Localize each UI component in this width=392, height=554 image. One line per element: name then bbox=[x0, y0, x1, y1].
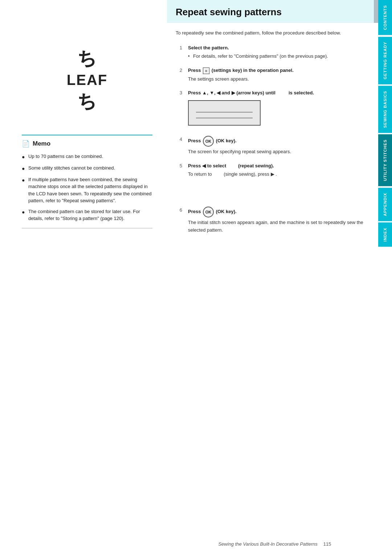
index-label: INDEX bbox=[383, 228, 387, 242]
step-content: Press OK (OK key). The initial stitch sc… bbox=[188, 207, 381, 234]
step-text: The screen for specifying repeat sewing … bbox=[188, 148, 381, 156]
memo-divider bbox=[22, 228, 152, 228]
bullet: ● bbox=[22, 208, 25, 216]
bullet: ● bbox=[22, 153, 25, 161]
step-number: 6 bbox=[176, 207, 182, 213]
lcd-display bbox=[188, 100, 261, 126]
step-number: 2 bbox=[176, 68, 182, 73]
step-text: • For details, refer to "Combining patte… bbox=[188, 53, 381, 60]
list-item: ● Up to 70 patterns can be combined. bbox=[22, 153, 152, 161]
side-navigation: CONTENTS GETTING READY SEWING BASICS UTI… bbox=[378, 0, 392, 554]
page-number: 115 bbox=[323, 541, 331, 547]
spacer bbox=[176, 185, 381, 207]
bullet: ● bbox=[22, 165, 25, 172]
arrow-right: ▶ bbox=[232, 90, 235, 95]
memo-item-text: Some utility stitches cannot be combined… bbox=[28, 164, 115, 172]
appendix-label: APPENDIX bbox=[383, 193, 387, 216]
step-1: 1 Select the pattern. • For details, ref… bbox=[176, 44, 381, 60]
left-panel: ち LEAF ち 📄 Memo ● Up to 70 patterns can … bbox=[0, 0, 167, 554]
list-item: ● Some utility stitches cannot be combin… bbox=[22, 164, 152, 172]
step-number: 1 bbox=[176, 45, 182, 50]
step-text: The initial stitch screen appears again,… bbox=[188, 219, 381, 234]
utility-stitches-label: UTILITY STITCHES bbox=[383, 139, 387, 181]
memo-item-text: If multiple patterns have been combined,… bbox=[28, 176, 152, 204]
step-3: 3 Press ▲, ▼, ◀ and ▶ (arrow keys) until… bbox=[176, 89, 381, 129]
step-content: Press ▲, ▼, ◀ and ▶ (arrow keys) until i… bbox=[188, 89, 381, 129]
memo-list: ● Up to 70 patterns can be combined. ● S… bbox=[22, 153, 152, 222]
step-content: Select the pattern. • For details, refer… bbox=[188, 44, 381, 60]
contents-label: CONTENTS bbox=[383, 5, 387, 30]
page-title: Repeat sewing patterns bbox=[176, 7, 282, 18]
sidebar-item-index[interactable]: INDEX bbox=[378, 223, 392, 247]
logo-area: ち LEAF ち bbox=[22, 36, 152, 113]
arrow-keys: ▲, ▼, ◀ bbox=[202, 90, 220, 95]
tab-spacer bbox=[378, 35, 392, 37]
step-content: Press ◀ to select (repeat sewing). To re… bbox=[188, 162, 381, 178]
intro-text: To repeatedly sew the combined pattern, … bbox=[176, 29, 381, 37]
settings-key-icon bbox=[203, 68, 209, 74]
step-heading: Press OK (OK key). bbox=[188, 207, 381, 217]
right-panel: Repeat sewing patterns To repeatedly sew… bbox=[167, 0, 392, 554]
sidebar-item-utility-stitches[interactable]: UTILITY STITCHES bbox=[378, 134, 392, 186]
step-content: Press OK (OK key). The screen for specif… bbox=[188, 136, 381, 156]
step-bullet-symbol: • bbox=[188, 53, 191, 60]
bullet: ● bbox=[22, 176, 25, 184]
step-number: 3 bbox=[176, 90, 182, 95]
step-4: 4 Press OK (OK key). The screen for spec… bbox=[176, 136, 381, 156]
step-number: 4 bbox=[176, 137, 182, 142]
step-heading: Select the pattern. bbox=[188, 44, 381, 52]
ok-key-icon: OK bbox=[203, 136, 214, 147]
memo-section: 📄 Memo ● Up to 70 patterns can be combin… bbox=[22, 135, 152, 228]
sidebar-item-sewing-basics[interactable]: SEWING BASICS bbox=[378, 86, 392, 133]
list-item: ● The combined pattern can be stored for… bbox=[22, 208, 152, 222]
step-heading: Press ◀ to select (repeat sewing). bbox=[188, 162, 381, 170]
page-footer: Sewing the Various Built-In Decorative P… bbox=[176, 541, 374, 547]
memo-item-text: Up to 70 patterns can be combined. bbox=[28, 153, 103, 160]
step-detail: For details, refer to "Combining pattern… bbox=[193, 53, 328, 60]
memo-title: 📄 Memo bbox=[22, 140, 152, 148]
ok-key-icon-2: OK bbox=[203, 207, 214, 217]
step-text: To return to (single sewing), press ▶ . bbox=[188, 171, 381, 178]
steps-container: 1 Select the pattern. • For details, ref… bbox=[176, 44, 381, 241]
step-number: 5 bbox=[176, 163, 182, 168]
step-2: 2 Press (settings key) in the operation … bbox=[176, 67, 381, 83]
list-item: ● If multiple patterns have been combine… bbox=[22, 176, 152, 204]
step-5: 5 Press ◀ to select (repeat sewing). To … bbox=[176, 162, 381, 178]
step-6: 6 Press OK (OK key). The initial stitch … bbox=[176, 207, 381, 234]
getting-ready-label: GETTING READY bbox=[383, 42, 387, 79]
memo-item-text: The combined pattern can be stored for l… bbox=[28, 208, 152, 222]
step-text: The settings screen appears. bbox=[188, 76, 381, 83]
page-layout: ち LEAF ち 📄 Memo ● Up to 70 patterns can … bbox=[0, 0, 392, 554]
step-content: Press (settings key) in the operation pa… bbox=[188, 67, 381, 83]
logo-symbol: ち LEAF ち bbox=[67, 47, 107, 113]
page-header: Repeat sewing patterns bbox=[167, 0, 392, 23]
sidebar-item-getting-ready[interactable]: GETTING READY bbox=[378, 37, 392, 84]
footer-text: Sewing the Various Built-In Decorative P… bbox=[218, 541, 317, 547]
step-heading: Press ▲, ▼, ◀ and ▶ (arrow keys) until i… bbox=[188, 89, 381, 97]
sidebar-item-contents[interactable]: CONTENTS bbox=[378, 0, 392, 35]
step-heading: Press OK (OK key). bbox=[188, 136, 381, 147]
memo-icon: 📄 bbox=[22, 140, 30, 148]
content-area: To repeatedly sew the combined pattern, … bbox=[167, 23, 392, 539]
sewing-basics-label: SEWING BASICS bbox=[383, 91, 387, 128]
sidebar-item-appendix[interactable]: APPENDIX bbox=[378, 188, 392, 221]
step-heading: Press (settings key) in the operation pa… bbox=[188, 67, 381, 74]
memo-heading: Memo bbox=[33, 140, 50, 147]
